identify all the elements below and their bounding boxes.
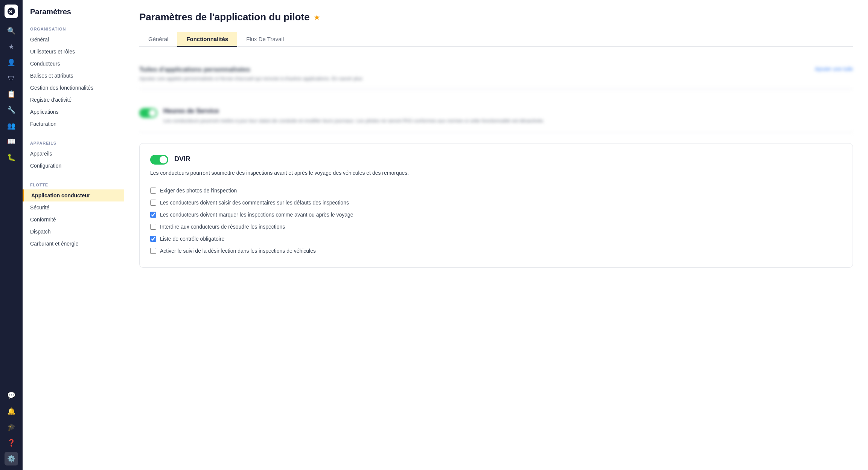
checkbox-photos-input[interactable] [150, 188, 156, 194]
section-label-organisation: ORGANISATION [23, 22, 124, 34]
sidebar-item-registre[interactable]: Registre d'activité [23, 94, 124, 106]
sidebar-item-dispatch[interactable]: Dispatch [23, 226, 124, 238]
add-tile-link[interactable]: Ajouter une tuile [815, 66, 853, 72]
chat-nav-icon[interactable]: 💬 [5, 389, 18, 402]
sidebar-item-conducteurs[interactable]: Conducteurs [23, 58, 124, 70]
heures-service-title: Heures de Service [163, 107, 853, 115]
sidebar-item-general[interactable]: Général [23, 34, 124, 46]
book-nav-icon[interactable]: 📖 [5, 135, 18, 148]
custom-tiles-title: Tuiles d'applications personnalisées [139, 66, 815, 73]
wrench-nav-icon[interactable]: 🔧 [5, 103, 18, 117]
document-nav-icon[interactable]: 📋 [5, 87, 18, 101]
checkbox-liste-controle: Liste de contrôle obligatoire [150, 233, 842, 245]
tab-general[interactable]: Général [139, 32, 177, 47]
divider-1 [30, 133, 116, 133]
icon-bar: S 🔍 ★ 👤 🛡 📋 🔧 👥 📖 🐛 💬 🔔 🎓 ❓ ⚙️ [0, 0, 23, 470]
checkbox-desinfection-label: Activer le suivi de la désinfection dans… [160, 248, 316, 254]
sidebar-item-appareils[interactable]: Appareils [23, 148, 124, 160]
settings-nav-icon[interactable]: ⚙️ [5, 452, 18, 465]
bug-nav-icon[interactable]: 🐛 [5, 151, 18, 164]
svg-text:S: S [9, 9, 12, 14]
sidebar-item-balises[interactable]: Balises et attributs [23, 70, 124, 82]
checkbox-desinfection-input[interactable] [150, 248, 156, 254]
shield-nav-icon[interactable]: 🛡 [5, 72, 18, 85]
checkbox-photos: Exiger des photos de l'inspection [150, 185, 842, 197]
search-nav-icon[interactable]: 🔍 [5, 24, 18, 38]
sidebar-item-gestion-fonct[interactable]: Gestion des fonctionnalités [23, 82, 124, 94]
sidebar-item-applications[interactable]: Applications [23, 106, 124, 118]
favorites-nav-icon[interactable]: ★ [5, 40, 18, 53]
page-title: Paramètres de l'application du pilote [139, 11, 310, 23]
dvir-desc: Les conducteurs pourront soumettre des i… [150, 169, 842, 177]
custom-tiles-desc: Ajoutez une applets personnalisés à l'éc… [139, 76, 815, 81]
checkbox-desinfection: Activer le suivi de la désinfection dans… [150, 245, 842, 257]
checkbox-marquer-input[interactable] [150, 212, 156, 218]
help-nav-icon[interactable]: ❓ [5, 436, 18, 450]
sidebar-item-securite[interactable]: Sécurité [23, 201, 124, 214]
checkbox-commentaires-input[interactable] [150, 200, 156, 206]
sidebar-item-users-roles[interactable]: Utilisateurs et rôles [23, 46, 124, 58]
tab-flux-travail[interactable]: Flux De Travail [237, 32, 293, 47]
people-nav-icon[interactable]: 👥 [5, 119, 18, 133]
section-label-flotte: FLOTTE [23, 178, 124, 189]
favorite-star-icon[interactable]: ★ [314, 13, 320, 22]
app-logo[interactable]: S [5, 5, 18, 18]
checkbox-interdire-label: Interdire aux conducteurs de résoudre le… [160, 224, 285, 230]
main-content: Paramètres de l'application du pilote ★ … [124, 0, 868, 470]
dvir-card-header: DVIR [150, 154, 842, 165]
sidebar-item-carburant[interactable]: Carburant et énergie [23, 238, 124, 250]
sidebar-item-conformite[interactable]: Conformité [23, 214, 124, 226]
checkbox-marquer: Les conducteurs doivent marquer les insp… [150, 209, 842, 221]
checkbox-photos-label: Exiger des photos de l'inspection [160, 188, 237, 194]
heures-service-content: Heures de Service Les conducteurs pourro… [163, 107, 853, 125]
sidebar-item-app-conducteur[interactable]: Application conducteur [23, 189, 124, 201]
blurred-custom-tiles-section: Tuiles d'applications personnalisées Ajo… [139, 58, 853, 89]
checkbox-liste-controle-input[interactable] [150, 236, 156, 242]
page-header: Paramètres de l'application du pilote ★ [139, 11, 853, 23]
sidebar: Paramètres ORGANISATION Général Utilisat… [23, 0, 124, 470]
checkbox-marquer-label: Les conducteurs doivent marquer les insp… [160, 212, 353, 218]
bell-nav-icon[interactable]: 🔔 [5, 404, 18, 418]
checkbox-commentaires: Les conducteurs doivent saisir des comme… [150, 197, 842, 209]
dvir-title: DVIR [174, 155, 190, 163]
tab-fonctionnalites[interactable]: Fonctionnalités [177, 32, 237, 47]
heures-service-desc: Les conducteurs pourront mettre à jour l… [163, 117, 853, 125]
dvir-card: DVIR Les conducteurs pourront soumettre … [139, 143, 853, 268]
user-nav-icon[interactable]: 👤 [5, 56, 18, 69]
section-label-appareils: APPAREILS [23, 136, 124, 148]
checkbox-interdire-input[interactable] [150, 224, 156, 230]
heures-service-toggle[interactable] [139, 108, 157, 118]
sidebar-item-configuration[interactable]: Configuration [23, 160, 124, 172]
tabs-bar: Général Fonctionnalités Flux De Travail [139, 32, 853, 47]
heures-service-section: Heures de Service Les conducteurs pourro… [139, 100, 853, 133]
dvir-toggle[interactable] [150, 155, 168, 165]
divider-2 [30, 175, 116, 175]
checkbox-interdire: Interdire aux conducteurs de résoudre le… [150, 221, 842, 233]
checkbox-commentaires-label: Les conducteurs doivent saisir des comme… [160, 200, 349, 206]
graduation-nav-icon[interactable]: 🎓 [5, 420, 18, 434]
sidebar-item-facturation[interactable]: Facturation [23, 118, 124, 130]
sidebar-title: Paramètres [23, 8, 124, 22]
checkbox-liste-controle-label: Liste de contrôle obligatoire [160, 236, 224, 242]
